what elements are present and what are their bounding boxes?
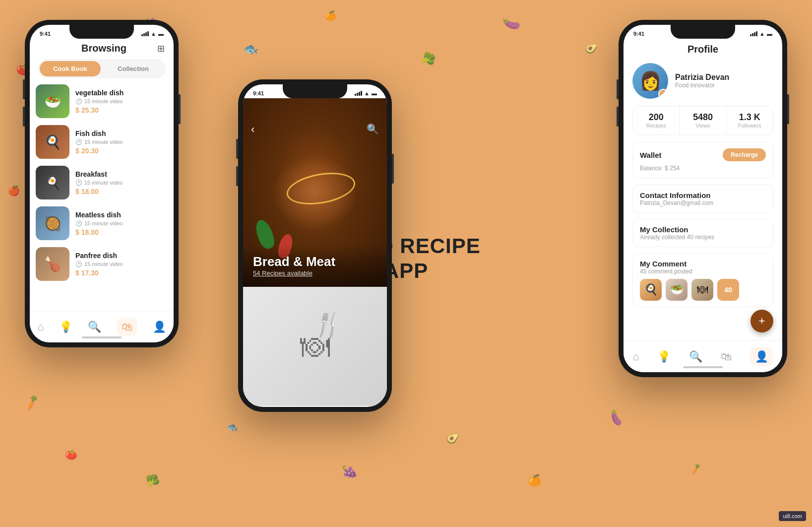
watermark: ui8.com [779, 511, 806, 521]
nav-bag-icon-left[interactable]: 🛍 [117, 318, 137, 336]
back-icon[interactable]: ‹ [251, 123, 254, 136]
battery-icon-left: ▬ [158, 31, 164, 37]
recipe-info-vegetable: vegetable dish 🕐 15 minute video $ 25.30 [75, 89, 168, 114]
wifi-icon-right: ▲ [759, 31, 765, 37]
volume-down-button-center [236, 166, 238, 186]
wallet-balance: Balance: $ 254 [640, 165, 680, 172]
collection-title: My Collection [640, 225, 766, 234]
recipe-name-0: vegetable dish [75, 89, 168, 97]
wallet-header-row: Wallet Recharge [640, 148, 766, 161]
recipe-thumb-meatless: 🥘 [36, 206, 69, 240]
recipe-item-0[interactable]: 🥗 vegetable dish 🕐 15 minute video $ 25.… [36, 84, 168, 118]
recipe-item-4[interactable]: 🍗 Panfree dish 🕐 15 minute video $ 17.30 [36, 247, 168, 281]
stat-followers: 1.3 K Followers [727, 106, 773, 134]
recipe-duration-3: 🕐 15 minute video [75, 220, 168, 227]
browsing-header: Browsing ⊞ [30, 39, 174, 59]
recipe-item-3[interactable]: 🥘 Meatless dish 🕐 15 minute video $ 18.0… [36, 206, 168, 240]
recipe-list: 🥗 vegetable dish 🕐 15 minute video $ 25.… [30, 84, 174, 313]
recipe-name-2: Breakfast [75, 170, 168, 178]
hero-overlay: Bread & Meat 54 Recipes available [243, 244, 387, 287]
power-button-center [392, 154, 394, 184]
profile-title: Profile [624, 39, 782, 59]
comment-more-count[interactable]: 40 [717, 279, 739, 301]
recharge-button[interactable]: Recharge [723, 148, 766, 161]
power-button-right [787, 94, 789, 124]
notch-left [69, 25, 134, 39]
wifi-icon-center: ▲ [364, 90, 370, 96]
views-label: Views [683, 123, 723, 129]
browsing-title: Browsing [51, 43, 157, 54]
wallet-section: Wallet Recharge Balance: $ 254 [632, 142, 773, 179]
panfree-img: 🍗 [36, 247, 69, 281]
filter-icon[interactable]: ⊞ [157, 43, 165, 54]
nav-home-icon-right[interactable]: ⌂ [632, 350, 639, 363]
recipe-info-fish: Fish dish 🕐 15 minute video $ 20.30 [75, 130, 168, 155]
clock-icon-4: 🕐 [75, 261, 82, 267]
notch-center [283, 84, 347, 98]
time-center: 9:41 [253, 90, 264, 96]
wallet-title: Wallet [640, 151, 662, 159]
fab-add-button[interactable]: + [750, 310, 773, 332]
recipe-name-4: Panfree dish [75, 252, 168, 260]
vegetable-dish-img: 🥗 [36, 84, 69, 118]
nav-profile-icon-left[interactable]: 👤 [153, 321, 166, 333]
battery-icon-right: ▬ [767, 31, 772, 37]
left-phone-screen: 9:41 ▲ ▬ Browsing ⊞ Cook Book Collection [30, 25, 174, 342]
nav-search-icon-left[interactable]: 🔍 [88, 321, 101, 333]
recipe-price-0: $ 25.30 [75, 106, 168, 114]
recipe-duration-2: 🕐 15 minute video [75, 180, 168, 186]
nav-home-icon-left[interactable]: ⌂ [37, 321, 44, 333]
search-icon-hero[interactable]: 🔍 [367, 123, 379, 135]
signal-icon-right [750, 31, 757, 36]
fish-dish-img: 🍳 [36, 125, 69, 159]
my-collection-section: My Collection Already collected 40 recip… [632, 219, 773, 247]
clock-icon-2: 🕐 [75, 180, 82, 186]
nav-search-icon-right[interactable]: 🔍 [689, 350, 702, 363]
recipes-label: Recipes [636, 123, 676, 129]
gesture-bar-right [683, 366, 723, 368]
user-info: Patrizia Devan Food innovator [675, 73, 729, 89]
user-name: Patrizia Devan [675, 73, 729, 82]
comment-subtitle: 45 comment posted [640, 268, 766, 275]
hero-subtitle: 54 Recipes available [253, 269, 377, 277]
recipe-item-1[interactable]: 🍳 Fish dish 🕐 15 minute video $ 20.30 [36, 125, 168, 159]
recipe-price-1: $ 20.30 [75, 147, 168, 155]
recipe-item-2[interactable]: 🍳 Breakfast 🕐 15 minute video $ 18.00 [36, 166, 168, 199]
tabs-container: Cook Book Collection [38, 59, 166, 78]
phone-left: 9:41 ▲ ▬ Browsing ⊞ Cook Book Collection [25, 20, 179, 347]
clock-icon-0: 🕐 [75, 98, 82, 105]
contact-title: Contact Information [640, 191, 766, 199]
comment-thumb-1[interactable]: 🍳 [640, 279, 662, 301]
views-count: 5480 [683, 112, 723, 123]
phone-center: 9:41 ▲ ▬ ‹ 🔍 Bread & Meat [238, 79, 392, 412]
comment-title: My Comment [640, 260, 766, 268]
recipe-duration-1: 🕐 15 minute video [75, 139, 168, 145]
comment-thumb-2[interactable]: 🥗 [666, 279, 687, 301]
recipe-price-3: $ 18.00 [75, 228, 168, 236]
recipe-thumb-panfree: 🍗 [36, 247, 69, 281]
clock-icon-3: 🕐 [75, 220, 82, 227]
recipe-duration-4: 🕐 15 minute video [75, 261, 168, 267]
nav-ideas-icon-right[interactable]: 💡 [657, 350, 671, 363]
tab-collection[interactable]: Collection [103, 61, 164, 76]
avatar: 👩 [632, 63, 668, 99]
recipe-name-1: Fish dish [75, 130, 168, 137]
recipe-name-3: Meatless dish [75, 211, 168, 219]
followers-label: Followers [730, 123, 770, 129]
comment-thumb-3[interactable]: 🍽 [691, 279, 713, 301]
user-role: Food innovator [675, 82, 729, 89]
hero-section: ‹ 🔍 Bread & Meat 54 Recipes available [243, 98, 387, 287]
contact-section: Contact Information Patrizia_Devan@gmail… [632, 185, 773, 213]
recipe-thumb-vegetable: 🥗 [36, 84, 69, 118]
power-button-left [179, 94, 181, 124]
status-icons-center: ▲ ▬ [355, 90, 377, 96]
nav-profile-icon-right[interactable]: 👤 [750, 347, 773, 366]
volume-down-button-right [617, 107, 619, 127]
tab-cookbook[interactable]: Cook Book [40, 61, 101, 76]
stat-recipes: 200 Recipes [633, 106, 680, 134]
nav-ideas-icon-left[interactable]: 💡 [59, 321, 72, 333]
center-phone-screen: 9:41 ▲ ▬ ‹ 🔍 Bread & Meat [243, 84, 387, 407]
signal-icon-center [355, 91, 362, 96]
nav-bag-icon-right[interactable]: 🛍 [721, 350, 732, 363]
fork-decoration: 🍴 [311, 308, 346, 342]
